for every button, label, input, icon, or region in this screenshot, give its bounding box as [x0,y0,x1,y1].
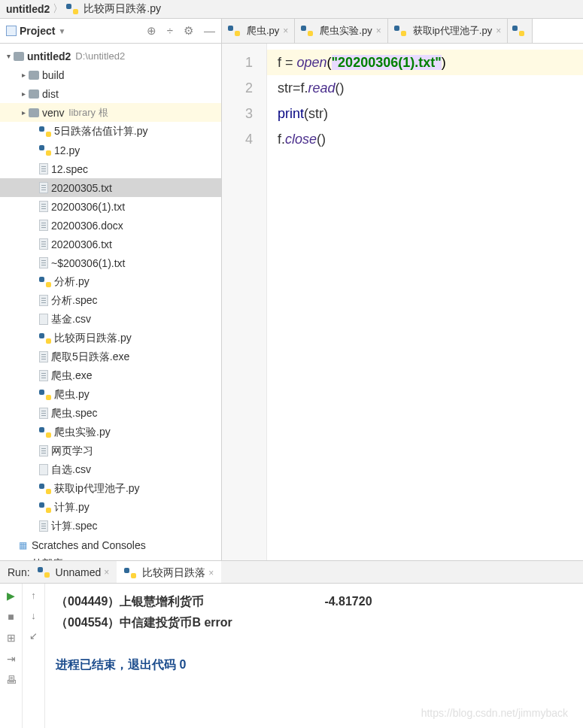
file-icon [39,351,48,362]
py-icon [39,276,51,288]
project-tree[interactable]: ▾ untitled2 D:\untitled2 ▸build▸dist▸ven… [0,44,221,560]
tree-file[interactable]: 爬虫.spec [0,404,221,423]
python-icon [38,566,50,578]
tree-root[interactable]: ▾ untitled2 D:\untitled2 [0,47,221,65]
close-icon[interactable]: × [283,26,288,36]
tree-file[interactable]: 分析.py [0,272,221,291]
tree-file[interactable]: 12.spec [0,159,221,178]
file-icon [39,220,48,231]
code-line-3[interactable]: print(str) [278,101,583,126]
folder-icon [29,71,39,80]
tree-folder[interactable]: ▸dist [0,84,221,103]
console-row: （004554）中信建投货币B error [56,612,572,633]
tree-folder[interactable]: ▸build [0,65,221,84]
editor-tabs: 爬虫.py×爬虫实验.py×获取ip代理池子.py× [222,19,583,44]
close-icon[interactable]: × [376,26,381,36]
arrow-left-icon[interactable]: ↙ [29,630,38,642]
tree-file[interactable]: 自选.csv [0,460,221,479]
console-nav: ↑ ↓ ↙ [23,584,45,728]
tree-file[interactable]: ~$200306(1).txt [0,253,221,272]
tree-file[interactable]: 20200305.txt [0,178,221,197]
tree-file[interactable]: 爬虫实验.py [0,423,221,441]
tree-file[interactable]: 爬虫.py [0,385,221,404]
file-icon [39,445,48,457]
gear-icon[interactable]: ⚙ [184,24,193,38]
editor-tab[interactable]: 爬虫实验.py× [295,19,387,43]
tree-file[interactable]: 获取ip代理池子.py [0,479,221,498]
chevron-down-icon[interactable]: ▾ [3,52,14,60]
run-tab-unnamed[interactable]: Unnamed × [30,561,117,583]
breadcrumb: untitled2 〉 比较两日跌落.py [6,2,161,16]
editor-pane: 爬虫.py×爬虫实验.py×获取ip代理池子.py× 1 2 3 4 f = o… [222,19,583,560]
tree-file[interactable]: 爬取5日跌落.exe [0,347,221,366]
python-icon [228,25,240,37]
chevron-right-icon[interactable]: ▸ [18,71,29,79]
breadcrumb-root[interactable]: untitled2 [6,3,50,15]
run-tab-current[interactable]: 比较两日跌落 × [117,561,221,583]
tab-more[interactable] [508,19,533,43]
print-icon[interactable]: 🖶 [6,674,17,686]
editor-tab[interactable]: 获取ip代理池子.py× [388,19,508,43]
tree-file[interactable]: 计算.spec [0,517,221,535]
console-row: （004449）上银慧增利货币 [56,591,204,612]
tree-file[interactable]: 20200306.docx [0,216,221,235]
file-icon [39,295,48,306]
run-toolbar: Run: Unnamed × 比较两日跌落 × [0,560,583,583]
lib-icon: ▦ [17,558,29,561]
chevron-right-icon: 〉 [53,2,63,16]
run-label: Run: [8,566,30,578]
code-editor[interactable]: 1 2 3 4 f = open("20200306(1).txt") str=… [222,44,583,560]
py-icon [39,332,51,344]
tree-file[interactable]: 比较两日跌落.py [0,329,221,347]
python-icon [512,25,524,37]
python-icon [124,567,136,579]
csv-icon [39,314,48,325]
run-icon[interactable]: ▶ [7,590,15,602]
locate-icon[interactable]: ⊕ [147,24,156,38]
sidebar-title[interactable]: Project ▼ [6,25,65,37]
layout-icon[interactable]: ⊞ [7,632,16,644]
code-line-4[interactable]: f.close() [278,126,583,152]
tree-item[interactable]: ▦外部库 [0,554,221,560]
csv-icon [39,464,48,475]
arrow-down-icon[interactable]: ↓ [31,610,36,621]
close-icon[interactable]: × [208,568,214,578]
py-icon [39,483,51,495]
code-line-2[interactable]: str=f.read() [278,75,583,101]
file-icon [39,201,48,212]
tree-folder[interactable]: ▸venvlibrary 根 [0,103,221,122]
chevron-right-icon[interactable]: ▸ [18,108,29,117]
tree-file[interactable]: 20200306(1).txt [0,197,221,216]
console-tools: ▶ ■ ⊞ ⇥ 🖶 [0,584,23,728]
tree-file[interactable]: 5日跌落估值计算.py [0,122,221,141]
wrap-icon[interactable]: ⇥ [7,653,16,665]
py-icon [39,126,51,138]
tree-file[interactable]: 网页学习 [0,441,221,460]
close-icon[interactable]: × [104,567,109,578]
gutter: 1 2 3 4 [222,44,267,560]
arrow-up-icon[interactable]: ↑ [31,590,36,601]
file-icon [39,257,48,268]
tree-file[interactable]: 计算.py [0,498,221,517]
hide-icon[interactable]: — [204,24,215,38]
project-sidebar: Project ▼ ⊕ ÷ ⚙ — ▾ untitled2 D:\untitle… [0,19,222,560]
tree-file[interactable]: 基金.csv [0,310,221,329]
tree-file[interactable]: 分析.spec [0,291,221,310]
file-icon [39,520,48,532]
tree-file[interactable]: 20200306.txt [0,235,221,253]
python-icon [394,25,406,37]
collapse-icon[interactable]: ÷ [167,24,173,38]
stop-icon[interactable]: ■ [8,611,14,623]
close-icon[interactable]: × [496,26,501,36]
tree-file[interactable]: 12.py [0,141,221,159]
folder-icon [14,52,24,61]
editor-tab[interactable]: 爬虫.py× [222,19,295,43]
tree-file[interactable]: 爬虫.exe [0,366,221,385]
breadcrumb-file[interactable]: 比较两日跌落.py [66,2,161,16]
chevron-right-icon[interactable]: ▸ [18,89,29,98]
file-icon [39,182,48,193]
tree-item[interactable]: ▦Scratches and Consoles [0,535,221,554]
code-line-1[interactable]: f = open("20200306(1).txt") [267,50,583,75]
exit-message: 进程已结束，退出代码 0 [56,654,572,675]
watermark: https://blog.csdn.net/jimmyback [421,707,568,719]
